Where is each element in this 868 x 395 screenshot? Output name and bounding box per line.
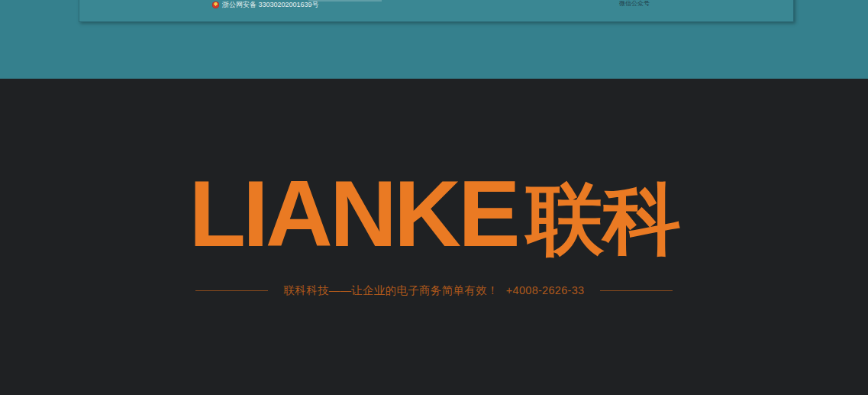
- logo-latin-text: LIANKE: [189, 162, 517, 266]
- brand-logo: LIANKE联科: [0, 167, 868, 261]
- footer-top-section: 浙公网安备 33030202001639号 微信公众号: [0, 0, 868, 79]
- tagline-text: 联科科技——让企业的电子商务简单有效！+4008-2626-33: [284, 283, 585, 298]
- wechat-account-label: 微信公众号: [619, 0, 650, 7]
- footer-content-box: [79, 0, 794, 22]
- beian-link[interactable]: 浙公网安备 33030202001639号: [212, 0, 319, 9]
- logo-cjk-text: 联科: [527, 176, 679, 263]
- tagline-left-rule: [195, 290, 268, 291]
- tagline-phone-number: +4008-2626-33: [506, 284, 585, 296]
- beian-number-label: 浙公网安备 33030202001639号: [222, 1, 319, 9]
- police-badge-icon: [212, 2, 219, 8]
- brand-tagline: 联科科技——让企业的电子商务简单有效！+4008-2626-33: [0, 283, 868, 298]
- tagline-slogan: 联科科技——让企业的电子商务简单有效！: [284, 284, 499, 296]
- clipped-text-remnant: [308, 0, 382, 2]
- brand-band-section: LIANKE联科 联科科技——让企业的电子商务简单有效！+4008-2626-3…: [0, 79, 868, 395]
- tagline-right-rule: [600, 290, 673, 291]
